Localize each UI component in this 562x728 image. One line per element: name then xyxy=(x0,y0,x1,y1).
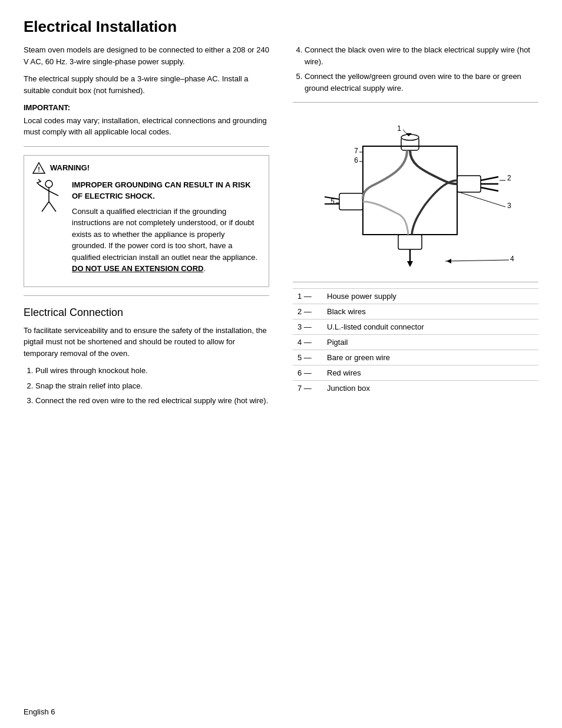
left-column: Steam oven models are designed to be con… xyxy=(24,44,269,413)
svg-line-7 xyxy=(49,202,56,212)
svg-line-14 xyxy=(481,187,498,191)
svg-text:!: ! xyxy=(38,166,40,173)
steps-continued-list: Connect the black oven wire to the black… xyxy=(305,44,538,94)
svg-point-2 xyxy=(45,180,52,187)
svg-text:7: 7 xyxy=(354,147,358,155)
legend-num: 4 — xyxy=(293,335,322,350)
legend-row: 5 — Bare or green wire xyxy=(293,350,538,365)
legend-table: 1 — House power supply 2 — Black wires 3… xyxy=(293,288,538,396)
warning-box: ! WARNING! xyxy=(24,155,269,287)
legend-num: 5 — xyxy=(293,350,322,365)
divider-1 xyxy=(24,146,269,147)
svg-text:5: 5 xyxy=(330,197,335,206)
svg-rect-8 xyxy=(363,146,457,235)
right-column: Connect the black oven wire to the black… xyxy=(293,44,538,413)
legend-num: 7 — xyxy=(293,381,322,396)
warning-body: IMPROPER GROUNDING CAN RESULT IN A RISK … xyxy=(32,179,260,281)
step-2: Snap the strain relief into place. xyxy=(35,380,269,392)
step-3: Connect the red oven wire to the red ele… xyxy=(35,395,269,407)
step-5: Connect the yellow/green ground oven wir… xyxy=(305,71,538,94)
svg-marker-20 xyxy=(407,261,413,267)
legend-num: 2 — xyxy=(293,304,322,319)
legend-row: 7 — Junction box xyxy=(293,381,538,396)
svg-rect-18 xyxy=(398,235,422,249)
step-1: Pull wires through knockout hole. xyxy=(35,365,269,377)
do-not-use-extension: DO NOT USE AN EXTENSION CORD xyxy=(72,264,203,273)
warning-text: IMPROPER GROUNDING CAN RESULT IN A RISK … xyxy=(72,179,260,281)
svg-text:3: 3 xyxy=(507,202,511,210)
svg-text:1: 1 xyxy=(397,124,401,133)
legend-label: U.L.-listed conduit connector xyxy=(322,319,538,335)
legend-num: 6 — xyxy=(293,365,322,381)
step-4: Connect the black oven wire to the black… xyxy=(305,44,538,67)
section2-intro: To facilitate serviceability and to ensu… xyxy=(24,325,269,360)
warning-header: ! WARNING! xyxy=(32,162,260,174)
important-text: Local codes may vary; installation, elec… xyxy=(24,115,269,138)
important-label: IMPORTANT: xyxy=(24,102,269,114)
svg-rect-11 xyxy=(457,176,481,192)
svg-point-10 xyxy=(401,134,419,140)
legend-row: 3 — U.L.-listed conduit connector xyxy=(293,319,538,335)
diagram-area: 1 7 6 2 3 5 xyxy=(293,111,538,282)
section2-title: Electrical Connection xyxy=(24,307,269,319)
svg-line-5 xyxy=(49,191,58,196)
warning-desc: Consult a qualified electrician if the g… xyxy=(72,206,260,275)
legend-row: 2 — Black wires xyxy=(293,304,538,319)
svg-line-31 xyxy=(457,192,505,207)
svg-line-4 xyxy=(39,185,49,191)
legend-label: Black wires xyxy=(322,304,538,319)
svg-rect-15 xyxy=(339,193,363,210)
legend-label: Red wires xyxy=(322,365,538,381)
intro-p2: The electrical supply should be a 3-wire… xyxy=(24,73,269,96)
wiring-diagram: 1 7 6 2 3 5 xyxy=(316,117,516,276)
footer: English 6 xyxy=(24,707,55,716)
legend-row: 4 — Pigtail xyxy=(293,335,538,350)
intro-p1: Steam oven models are designed to be con… xyxy=(24,44,269,67)
svg-text:6: 6 xyxy=(354,156,358,164)
legend-num: 3 — xyxy=(293,319,322,335)
svg-line-6 xyxy=(42,202,49,212)
diagram-svg-wrap: 1 7 6 2 3 5 xyxy=(293,111,538,282)
legend-label: Junction box xyxy=(322,381,538,396)
legend-row: 1 — House power supply xyxy=(293,289,538,304)
page-title: Electrical Installation xyxy=(24,18,538,36)
warning-triangle-icon: ! xyxy=(32,162,45,174)
legend-label: Bare or green wire xyxy=(322,350,538,365)
warning-label: WARNING! xyxy=(50,163,90,172)
svg-text:4: 4 xyxy=(510,255,514,263)
legend-row: 6 — Red wires xyxy=(293,365,538,381)
svg-marker-36 xyxy=(447,259,451,263)
divider-right xyxy=(293,102,538,103)
legend-num: 1 — xyxy=(293,289,322,304)
svg-line-35 xyxy=(445,260,509,261)
svg-line-12 xyxy=(481,177,498,180)
divider-2 xyxy=(24,295,269,296)
legend-label: House power supply xyxy=(322,289,538,304)
steps-list: Pull wires through knockout hole. Snap t… xyxy=(35,365,269,407)
shock-hazard-icon xyxy=(32,179,65,223)
warning-title: IMPROPER GROUNDING CAN RESULT IN A RISK … xyxy=(72,179,260,202)
legend-label: Pigtail xyxy=(322,335,538,350)
svg-text:2: 2 xyxy=(507,174,511,182)
